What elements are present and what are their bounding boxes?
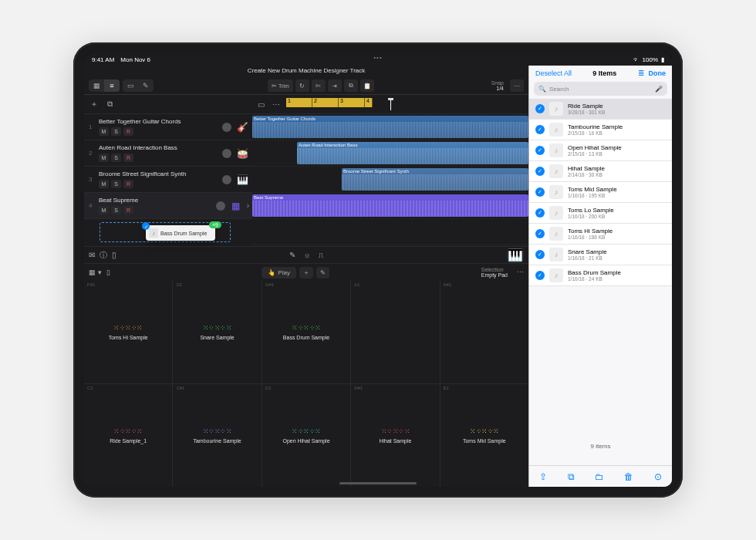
clip-guitar[interactable]: Better Together Guitar Chords	[252, 116, 528, 138]
file-row[interactable]: ✓♪Hihat Sample2/14/18 · 30 KB	[529, 161, 672, 182]
drum-pad[interactable]: A#1	[440, 281, 528, 383]
home-indicator[interactable]	[339, 482, 417, 484]
volume-knob[interactable]	[222, 149, 231, 158]
pad-edit-button[interactable]: ✎	[316, 267, 329, 278]
checkmark-icon[interactable]: ✓	[535, 167, 545, 176]
info-icon[interactable]: ⓘ	[100, 250, 107, 261]
timeline-ruler[interactable]: 1 2 3 4	[286, 98, 524, 110]
checkmark-icon[interactable]: ✓	[535, 208, 545, 218]
view-automation-button[interactable]: ✎	[138, 79, 154, 92]
files-search[interactable]: 🔍 Search 🎤	[534, 82, 667, 96]
drum-pad[interactable]: D#1⁙⁘⁙⁘⁙Hihat Sample	[351, 384, 439, 487]
drum-pad[interactable]: E1⁙⁘⁙⁘⁙Toms Mid Sample	[440, 384, 528, 487]
checkmark-icon[interactable]: ✓	[535, 250, 545, 259]
waveform-icon: ⁙⁘⁙⁘⁙	[381, 427, 410, 435]
file-row[interactable]: ✓♪Ride Sample3/28/18 · 301 KB	[529, 99, 672, 120]
file-row[interactable]: ✓♪Bass Drum Sample1/16/18 · 24 KB	[529, 265, 672, 286]
track-header-1[interactable]: 1 Better Together Guitar Chords MSR 🎸	[84, 114, 252, 140]
mute-button[interactable]: M	[99, 206, 109, 214]
trash-icon[interactable]: 🗑	[624, 471, 633, 482]
pad-panel-button[interactable]: ▯	[106, 268, 110, 276]
record-button[interactable]: R	[123, 206, 133, 214]
file-row[interactable]: ✓♪Toms Hi Sample1/16/18 · 188 KB	[529, 224, 672, 245]
drum-pad[interactable]: C1⁙⁘⁙⁘⁙Ride Sample_1	[84, 384, 172, 487]
track-header-3[interactable]: 3 Broome Street Significant Synth MSR 🎹	[84, 167, 252, 193]
duplicate-icon[interactable]: ⧉	[568, 471, 575, 482]
volume-knob[interactable]	[222, 175, 231, 184]
more-icon[interactable]: ⊙	[654, 471, 662, 482]
view-single-button[interactable]: ▭	[123, 79, 138, 92]
clip-synth[interactable]: Broome Street Significant Synth	[342, 168, 528, 191]
drum-pad[interactable]: A1	[351, 281, 439, 383]
expand-chevron-icon[interactable]: ›	[247, 201, 249, 210]
playhead[interactable]	[390, 98, 391, 110]
file-row[interactable]: ✓♪Toms Lo Sample1/16/18 · 200 KB	[529, 203, 672, 224]
view-list-button[interactable]: ≡	[104, 79, 120, 92]
loop-button[interactable]: ↻	[295, 79, 309, 92]
drum-pad[interactable]: G#1⁙⁘⁙⁘⁙Bass Drum Sample	[262, 281, 350, 383]
record-button[interactable]: R	[123, 180, 133, 188]
add-track-button[interactable]: ＋	[89, 99, 100, 110]
edit-icon[interactable]: ✎	[289, 251, 295, 259]
trim-button[interactable]: ✂ Trim	[268, 79, 293, 92]
duplicate-track-button[interactable]: ⧉	[104, 99, 115, 110]
checkmark-icon[interactable]: ✓	[535, 125, 545, 134]
drum-pad[interactable]: D1⁙⁘⁙⁘⁙Open Hihat Sample	[262, 384, 350, 487]
keyboard-button[interactable]: 🎹	[507, 249, 524, 262]
file-row[interactable]: ✓♪Toms Mid Sample1/16/18 · 195 KB	[529, 182, 672, 203]
file-row[interactable]: ✓♪Snare Sample1/16/18 · 21 KB	[529, 245, 672, 265]
view-grid-button[interactable]: ▦	[89, 79, 104, 92]
join-button[interactable]: ⇥	[328, 79, 342, 92]
copy-button[interactable]: ⧉	[344, 79, 358, 92]
checkmark-icon[interactable]: ✓	[535, 187, 545, 197]
more-button[interactable]: ⋯	[510, 79, 524, 92]
pad-more-button[interactable]: ⋯	[517, 268, 524, 276]
drum-pad[interactable]: C#1⁙⁘⁙⁘⁙Tambourine Sample	[173, 384, 261, 487]
checkmark-icon[interactable]: ✓	[535, 104, 545, 113]
clip-beat[interactable]: Beat Supreme	[252, 194, 528, 217]
volume-knob[interactable]	[222, 123, 231, 132]
multitask-dots[interactable]: •••	[373, 54, 382, 61]
pad-add-button[interactable]: ＋	[299, 267, 313, 278]
record-button[interactable]: R	[123, 154, 133, 162]
drag-preview-card[interactable]: ✓ ♪ Bass Drum Sample +9	[146, 225, 215, 241]
mute-button[interactable]: M	[99, 127, 109, 136]
track-lanes[interactable]: Better Together Guitar Chords Auten Road…	[252, 114, 528, 246]
mute-button[interactable]: M	[99, 154, 109, 162]
mute-button[interactable]: M	[99, 180, 109, 188]
inbox-icon[interactable]: ✉	[89, 251, 95, 259]
record-button[interactable]: R	[123, 127, 133, 136]
checkmark-icon[interactable]: ✓	[535, 229, 545, 238]
region-inspector-button[interactable]: ▭	[255, 99, 266, 110]
pad-grid-button[interactable]: ▦ ▾	[89, 268, 102, 276]
drum-pad[interactable]: G1⁙⁘⁙⁘⁙Snare Sample	[173, 281, 261, 383]
track-more-button[interactable]: ⋯	[271, 99, 282, 110]
clip-bass[interactable]: Auten Road Interaction Bass	[297, 142, 528, 164]
checkmark-icon[interactable]: ✓	[535, 271, 545, 280]
file-row[interactable]: ✓♪Open Hihat Sample2/15/18 · 13 KB	[529, 140, 672, 161]
snap-value[interactable]: 1/4	[491, 86, 504, 91]
solo-button[interactable]: S	[111, 206, 121, 214]
track-header-4[interactable]: 4 Beat Supreme MSR ▦ ›	[84, 193, 252, 219]
file-row[interactable]: ✓♪Tambourine Sample2/15/18 · 16 KB	[529, 120, 672, 140]
solo-button[interactable]: S	[111, 127, 121, 136]
list-view-icon[interactable]: ≣	[638, 69, 644, 77]
cut-button[interactable]: ✄	[312, 79, 326, 92]
track-header-2[interactable]: 2 Auten Road Interaction Bass MSR 🥁	[84, 140, 252, 167]
share-icon[interactable]: ⇪	[539, 471, 547, 482]
solo-button[interactable]: S	[111, 154, 121, 162]
done-button[interactable]: Done	[649, 69, 667, 77]
solo-button[interactable]: S	[111, 180, 121, 188]
settings-icon[interactable]: ☼	[303, 251, 310, 259]
volume-knob[interactable]	[216, 201, 225, 211]
deselect-all-button[interactable]: Deselect All	[535, 69, 572, 77]
drum-pad[interactable]: F#1⁙⁘⁙⁘⁙Toms Hi Sample	[84, 281, 172, 383]
panel-icon[interactable]: ▯	[112, 251, 116, 259]
paste-button[interactable]: 📋	[360, 79, 374, 92]
checkmark-icon[interactable]: ✓	[535, 146, 545, 155]
dictate-icon[interactable]: 🎤	[655, 86, 663, 93]
pad-play-button[interactable]: 👆 Play	[262, 267, 296, 278]
mixer-icon[interactable]: ⎍	[319, 251, 323, 259]
pad-note: G#1	[265, 282, 274, 287]
move-icon[interactable]: 🗀	[595, 471, 604, 482]
